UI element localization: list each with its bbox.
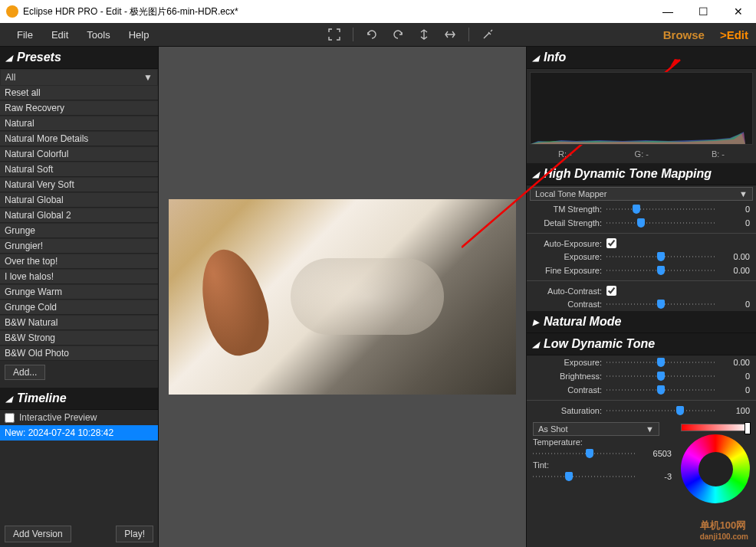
tonemapper-mode-dropdown[interactable]: Local Tone Mapper▼ bbox=[530, 187, 753, 201]
preset-item[interactable]: Grungier! bbox=[0, 239, 158, 254]
menu-tools[interactable]: Tools bbox=[77, 26, 119, 44]
collapse-icon: ◢ bbox=[533, 170, 539, 179]
presets-panel-header[interactable]: ◢Presets bbox=[0, 47, 158, 69]
natural-panel-header[interactable]: ▶Natural Mode bbox=[527, 311, 756, 333]
window-title: Eclipse HDR PRO - Edit - 极光图片66-min-HDR.… bbox=[23, 5, 650, 18]
preset-item[interactable]: Grunge Cold bbox=[0, 300, 158, 315]
preset-item[interactable]: B&W Old Photo bbox=[0, 346, 158, 361]
preset-item[interactable]: Over the top! bbox=[0, 254, 158, 269]
watermark: 单机100网 danji100.com bbox=[700, 519, 748, 541]
fit-screen-icon[interactable] bbox=[327, 27, 342, 42]
menubar: File Edit Tools Help Browse >Edit bbox=[0, 23, 756, 47]
ldt-contrast-slider[interactable] bbox=[606, 385, 715, 395]
temperature-label: Temperature: bbox=[530, 437, 675, 447]
preset-item[interactable]: Natural Colorful bbox=[0, 147, 158, 162]
preview-image bbox=[169, 199, 516, 395]
add-preset-button[interactable]: Add... bbox=[5, 365, 45, 380]
ldt-exposure-slider[interactable] bbox=[606, 357, 715, 368]
exposure-slider[interactable] bbox=[606, 251, 715, 262]
preset-item[interactable]: Natural Global 2 bbox=[0, 208, 158, 223]
tm-strength-slider[interactable] bbox=[606, 204, 715, 215]
brightness-slider[interactable] bbox=[606, 371, 715, 382]
tint-slider[interactable] bbox=[533, 471, 636, 482]
readout-r: R: - bbox=[558, 149, 572, 159]
preset-item[interactable]: B&W Strong bbox=[0, 331, 158, 346]
chevron-down-icon: ▼ bbox=[646, 424, 654, 434]
rotate-left-icon[interactable] bbox=[364, 27, 380, 42]
window-titlebar: Eclipse HDR PRO - Edit - 极光图片66-min-HDR.… bbox=[0, 0, 756, 23]
preset-item[interactable]: Raw Recovery bbox=[0, 101, 158, 116]
timeline-entry[interactable]: New: 2024-07-24 10:28:42 bbox=[0, 425, 158, 441]
preset-item[interactable]: Natural Global bbox=[0, 193, 158, 208]
mode-browse[interactable]: Browse bbox=[663, 28, 705, 41]
maximize-button[interactable]: ☐ bbox=[685, 0, 721, 23]
hdtm-contrast-slider[interactable] bbox=[606, 299, 715, 310]
preset-item[interactable]: I love halos! bbox=[0, 270, 158, 284]
temperature-slider[interactable] bbox=[533, 448, 636, 459]
saturation-slider[interactable] bbox=[606, 405, 715, 416]
histogram bbox=[530, 72, 753, 145]
preset-item[interactable]: Reset all bbox=[0, 86, 158, 100]
readout-b: B: - bbox=[712, 149, 725, 159]
flip-horizontal-icon[interactable] bbox=[442, 27, 458, 42]
ldt-panel-header[interactable]: ◢Low Dynamic Tone bbox=[527, 333, 756, 355]
add-version-button[interactable]: Add Version bbox=[5, 526, 71, 542]
detail-strength-slider[interactable] bbox=[606, 218, 715, 228]
preset-filter-dropdown[interactable]: All▼ bbox=[1, 70, 157, 85]
hdtm-panel-header[interactable]: ◢High Dynamic Tone Mapping bbox=[527, 163, 756, 185]
minimize-button[interactable]: — bbox=[650, 0, 685, 23]
auto-exposure-checkbox[interactable] bbox=[606, 238, 616, 248]
menu-help[interactable]: Help bbox=[120, 26, 159, 44]
preset-item[interactable]: Grunge Warm bbox=[0, 285, 158, 300]
preset-item[interactable]: Grunge bbox=[0, 224, 158, 238]
mode-edit[interactable]: >Edit bbox=[720, 28, 748, 41]
preset-item[interactable]: Natural Soft bbox=[0, 162, 158, 177]
collapse-icon: ◢ bbox=[6, 395, 12, 403]
preset-item[interactable]: Natural Very Soft bbox=[0, 178, 158, 192]
collapse-icon: ◢ bbox=[533, 340, 539, 349]
info-panel-header[interactable]: ◢Info bbox=[527, 47, 756, 69]
color-wheel[interactable] bbox=[681, 434, 750, 503]
preset-item[interactable]: Natural More Details bbox=[0, 132, 158, 146]
timeline-panel-header[interactable]: ◢Timeline bbox=[0, 388, 158, 410]
rgb-readout: R: - G: - B: - bbox=[527, 148, 756, 163]
tint-label: Tint: bbox=[530, 460, 675, 470]
close-button[interactable]: ✕ bbox=[721, 0, 756, 23]
flip-vertical-icon[interactable] bbox=[416, 27, 432, 42]
canvas-area[interactable] bbox=[159, 47, 526, 547]
collapse-icon: ◢ bbox=[6, 54, 12, 62]
expand-icon: ▶ bbox=[533, 318, 539, 326]
preset-item[interactable]: B&W Natural bbox=[0, 316, 158, 330]
readout-g: G: - bbox=[635, 149, 649, 159]
interactive-preview-toggle[interactable]: Interactive Preview bbox=[0, 410, 158, 425]
menu-edit[interactable]: Edit bbox=[42, 26, 77, 44]
play-button[interactable]: Play! bbox=[116, 526, 153, 542]
chevron-down-icon: ▼ bbox=[739, 189, 748, 198]
fine-exposure-slider[interactable] bbox=[606, 265, 715, 276]
collapse-icon: ◢ bbox=[533, 54, 539, 62]
menu-file[interactable]: File bbox=[8, 26, 42, 44]
chevron-down-icon: ▼ bbox=[143, 72, 153, 83]
auto-contrast-checkbox[interactable] bbox=[606, 286, 616, 296]
preset-item[interactable]: Natural bbox=[0, 116, 158, 131]
color-slider[interactable] bbox=[681, 424, 750, 431]
app-icon bbox=[6, 5, 18, 18]
eyedropper-icon[interactable] bbox=[480, 27, 495, 42]
white-balance-dropdown[interactable]: As Shot▼ bbox=[533, 422, 659, 436]
rotate-right-icon[interactable] bbox=[390, 27, 406, 42]
preview-checkbox[interactable] bbox=[5, 413, 15, 423]
